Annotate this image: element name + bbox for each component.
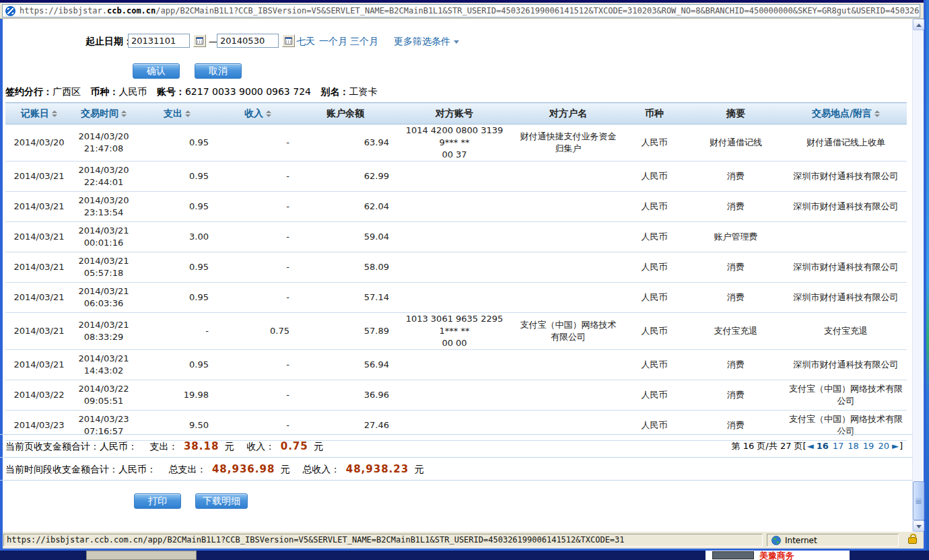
table-row: 2014/03/21 2014/03/20 23:13:54 0.95 - 62… [5, 192, 907, 222]
confirm-button[interactable]: 确认 [133, 63, 180, 79]
cell-incoming: - [219, 350, 296, 380]
quick-range-3months-link[interactable]: 三个月 [350, 36, 378, 48]
print-button[interactable]: 打印 [134, 493, 181, 509]
page-link-17[interactable]: 17 [833, 441, 844, 451]
cell-outgoing: 0.95 [135, 350, 219, 380]
cell-summary: 消费 [687, 162, 785, 192]
sort-icon[interactable] [121, 110, 127, 117]
desktop-bottom-strip: 美豫商务 [0, 551, 929, 560]
cell-balance: 57.14 [296, 283, 394, 313]
cell-posting-date: 2014/03/21 [5, 252, 73, 283]
branch-label: 签约分行： [5, 86, 53, 97]
address-input[interactable]: https://ibsbjstar.ccb.com.cn/app/B2CMain… [2, 4, 920, 18]
cell-balance: 62.04 [296, 192, 394, 222]
page-summary-row: 当前页收支金额合计：人民币： 支出： 38.18 元 收入： 0.75 元 第 … [0, 434, 912, 458]
quick-range-7days-link[interactable]: 七天 [296, 36, 315, 48]
download-detail-button[interactable]: 下载明细 [195, 493, 248, 509]
cell-counterparty-name [514, 350, 622, 380]
desktop-background-strip [926, 0, 929, 560]
cell-incoming: - [219, 222, 296, 252]
cell-transaction-time: 2014/03/20 21:47:08 [73, 125, 135, 162]
date-range-label: 起止日期： [85, 36, 133, 48]
table-row: 2014/03/21 2014/03/21 14:43:02 0.95 - 56… [5, 350, 907, 380]
table-row: 2014/03/21 2014/03/21 05:57:18 0.95 - 58… [5, 252, 907, 283]
cell-summary: 消费 [687, 380, 785, 411]
calendar-icon [196, 37, 203, 44]
cell-transaction-time: 2014/03/21 14:43:02 [73, 350, 135, 380]
cell-summary: 消费 [687, 252, 785, 283]
cell-transaction-time: 2014/03/22 09:05:51 [73, 380, 135, 411]
pagination-label: 第 16 页/共 27 页[ [732, 441, 806, 451]
header-incoming[interactable]: 收入 [219, 103, 296, 125]
date-to-input[interactable] [217, 34, 279, 48]
cell-outgoing: 3.00 [135, 222, 219, 252]
header-location-remark[interactable]: 交易地点/附言 [785, 103, 907, 125]
cancel-button[interactable]: 取消 [195, 63, 242, 79]
cell-counterparty-name [514, 380, 622, 411]
header-transaction-time[interactable]: 交易时间 [73, 103, 135, 125]
sort-icon[interactable] [52, 110, 57, 117]
cell-currency: 人民币 [622, 222, 687, 252]
scrollbar-thumb[interactable] [913, 481, 924, 520]
cell-location-remark: 支付宝充退 [785, 313, 907, 350]
header-outgoing[interactable]: 支出 [135, 103, 219, 125]
next-page-arrow[interactable]: ► [892, 441, 899, 451]
prev-page-arrow[interactable]: ◄ [807, 441, 814, 451]
scroll-down-button[interactable] [913, 520, 924, 532]
cell-incoming: 0.75 [219, 313, 296, 350]
cell-location-remark: 深圳市财付通科技有限公司 [785, 192, 907, 222]
cell-incoming: - [219, 192, 296, 222]
quick-range-1month-link[interactable]: 一个月 [319, 36, 347, 48]
cell-transaction-time: 2014/03/21 00:01:16 [73, 222, 135, 252]
page-link-18[interactable]: 18 [848, 441, 859, 451]
address-bar: https://ibsbjstar.ccb.com.cn/app/B2CMain… [0, 3, 924, 19]
background-window: 美豫商务 [706, 551, 850, 560]
page-link-19[interactable]: 19 [863, 441, 874, 451]
cell-counterparty-name [514, 192, 622, 222]
cell-outgoing: 19.98 [135, 380, 219, 411]
table-header-row: 记账日 交易时间 支出 收入 账户余额 对方账号 对方户名 币种 摘要 交易地点… [5, 103, 907, 125]
header-counterparty-account: 对方账号 [394, 103, 514, 125]
table-row: 2014/03/21 2014/03/21 08:33:29 - 0.75 57… [5, 313, 907, 350]
calendar-icon [285, 37, 292, 44]
sort-icon[interactable] [874, 110, 880, 117]
cell-posting-date: 2014/03/21 [5, 222, 73, 252]
cell-incoming: - [219, 162, 296, 192]
page-in-value: 0.75 [281, 440, 308, 452]
sort-icon[interactable] [266, 110, 271, 117]
calendar-to-button[interactable] [282, 34, 295, 47]
table-row: 2014/03/20 2014/03/20 21:47:08 0.95 - 63… [5, 125, 907, 162]
zone-label: Internet [785, 536, 817, 545]
cell-counterparty-account: 1014 4200 0800 3139 9*** ** 00 37 [394, 125, 514, 162]
total-in-unit: 元 [415, 464, 424, 475]
page-link-20[interactable]: 20 [878, 441, 889, 451]
taskbar-item[interactable] [86, 551, 197, 560]
header-posting-date[interactable]: 记账日 [5, 103, 73, 125]
cell-counterparty-account [394, 192, 514, 222]
page-link-16[interactable]: 16 [817, 441, 829, 451]
page-out-unit: 元 [225, 441, 234, 452]
cell-posting-date: 2014/03/21 [5, 313, 73, 350]
calendar-from-button[interactable] [193, 34, 206, 47]
alias-value: 工资卡 [349, 86, 377, 97]
sort-icon[interactable] [185, 110, 191, 117]
header-summary: 摘要 [687, 103, 785, 125]
filter-buttons: 确认 取消 [133, 63, 242, 79]
bottom-actions: 打印 下载明细 [134, 493, 248, 509]
page-out-label: 支出： [149, 441, 178, 452]
cell-counterparty-account [394, 283, 514, 313]
security-zone: Internet [767, 534, 899, 547]
cell-counterparty-name [514, 283, 622, 313]
account-number-value: 6217 0033 9000 0963 724 [185, 86, 311, 97]
table-row: 2014/03/21 2014/03/21 06:03:36 0.95 - 57… [5, 283, 907, 313]
scroll-up-button[interactable] [913, 19, 924, 30]
vertical-scrollbar[interactable] [912, 19, 924, 532]
date-from-input[interactable] [128, 34, 190, 48]
period-summary-row: 当前时间段收支金额合计：人民币： 总支出： 48,936.98 元 总收入： 4… [0, 458, 912, 481]
arrow-down-icon [916, 525, 922, 528]
status-bar: https://ibsbjstar.ccb.com.cn/app/B2CMain… [3, 532, 924, 549]
cell-location-remark: 深圳市财付通科技有限公司 [785, 350, 907, 380]
header-currency: 币种 [622, 103, 687, 125]
cell-outgoing: 0.95 [135, 125, 219, 162]
more-filters-link[interactable]: 更多筛选条件 [394, 36, 459, 48]
